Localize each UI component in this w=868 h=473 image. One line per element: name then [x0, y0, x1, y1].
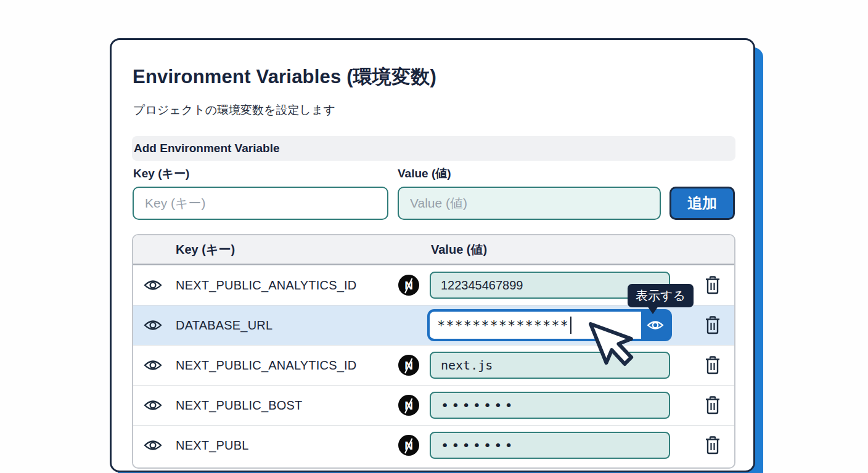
table-header-row: Key (キー) Value (値): [133, 235, 734, 265]
eye-icon[interactable]: [144, 318, 162, 333]
page-subtitle: プロジェクトの環境変数を設定します: [133, 102, 335, 118]
add-button[interactable]: 追加: [669, 187, 735, 220]
masked-value-input[interactable]: ***************: [430, 312, 641, 339]
env-variables-table: Key (キー) Value (値) NEXT_PUBLIC_ANALYTICS…: [132, 234, 735, 469]
add-section-heading: Add Environment Variable: [132, 142, 280, 155]
reveal-value-button[interactable]: [641, 312, 669, 339]
text-caret: [570, 317, 571, 334]
env-key-name: NEXT_PUBLIC_ANALYTICS_ID: [176, 278, 356, 293]
reveal-tooltip: 表示する: [628, 284, 694, 307]
table-header-value: Value (値): [431, 241, 487, 258]
eye-icon[interactable]: [144, 278, 162, 293]
trash-icon[interactable]: [704, 356, 721, 374]
table-row: NEXT_PUBL N •••••••: [133, 425, 734, 465]
env-value-field[interactable]: •••••••: [430, 432, 670, 459]
nextjs-logo: N: [398, 434, 420, 456]
key-field-label: Key (キー): [133, 166, 189, 182]
nextjs-logo: N: [398, 394, 420, 416]
env-key-name: NEXT_PUBLIC_BOST: [176, 398, 303, 413]
eye-icon[interactable]: [144, 398, 162, 413]
env-key-name: NEXT_PUBLIC_ANALYTICS_ID: [176, 358, 356, 373]
trash-icon[interactable]: [704, 276, 721, 294]
page-title: Environment Variables (環境変数): [133, 64, 436, 90]
eye-icon[interactable]: [144, 358, 162, 373]
page-root: Environment Variables (環境変数) プロジェクトの環境変数…: [0, 0, 868, 473]
table-row: NEXT_PUBLIC_BOST N •••••••: [133, 385, 734, 425]
table-row-selected: DATABASE_URL ***************: [133, 305, 734, 345]
env-key-name: DATABASE_URL: [176, 318, 272, 333]
add-section-header: Add Environment Variable: [132, 136, 735, 161]
env-value-field[interactable]: •••••••: [430, 392, 670, 419]
table-row: NEXT_PUBLIC_ANALYTICS_ID N next.js: [133, 345, 734, 385]
env-key-name: NEXT_PUBL: [176, 439, 249, 453]
env-value-field[interactable]: next.js: [430, 352, 670, 379]
eye-icon: [647, 318, 664, 332]
eye-icon[interactable]: [144, 438, 162, 453]
trash-icon[interactable]: [704, 316, 721, 334]
nextjs-logo: N: [398, 274, 420, 296]
value-field-label: Value (値): [398, 166, 451, 182]
value-input[interactable]: [398, 187, 661, 220]
table-header-key: Key (キー): [176, 241, 235, 258]
trash-icon[interactable]: [704, 396, 721, 414]
key-input[interactable]: [133, 187, 388, 220]
reveal-tooltip-label: 表示する: [636, 288, 686, 304]
nextjs-logo: N: [398, 354, 420, 376]
trash-icon[interactable]: [704, 436, 721, 455]
focused-value-control: ***************: [427, 309, 672, 341]
